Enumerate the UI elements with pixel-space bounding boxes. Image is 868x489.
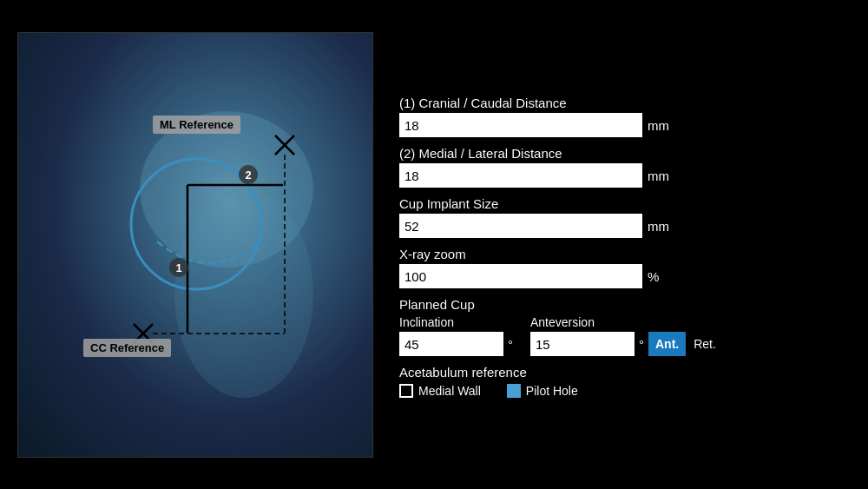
xray-zoom-unit: % bbox=[648, 269, 659, 284]
medial-wall-checkbox[interactable] bbox=[399, 384, 413, 398]
xray-annotations: 1 2 bbox=[18, 33, 372, 457]
ant-button[interactable]: Ant. bbox=[648, 332, 686, 356]
inclination-label: Inclination bbox=[399, 315, 513, 329]
cc-reference-label: CC Reference bbox=[83, 339, 171, 357]
medial-lateral-unit: mm bbox=[648, 169, 669, 183]
main-container: 1 2 ML Reference CC Reference (1) Crani bbox=[0, 0, 868, 489]
cup-implant-size-input[interactable] bbox=[399, 214, 642, 238]
xray-zoom-group: X-ray zoom % bbox=[399, 247, 851, 288]
anteversion-unit: ° bbox=[639, 337, 644, 352]
inclination-input-row: ° bbox=[399, 332, 513, 356]
ret-button[interactable]: Ret. bbox=[690, 332, 720, 356]
acetabulum-title: Acetabulum reference bbox=[399, 365, 851, 380]
svg-point-1 bbox=[174, 189, 313, 398]
anteversion-label: Anteversion bbox=[530, 315, 720, 329]
planned-cup-title: Planned Cup bbox=[399, 297, 851, 312]
cranial-caudal-input-row: mm bbox=[399, 113, 851, 137]
svg-text:2: 2 bbox=[245, 169, 251, 182]
right-panel: (1) Cranial / Caudal Distance mm (2) Med… bbox=[399, 91, 851, 398]
ml-reference-label: ML Reference bbox=[153, 116, 240, 134]
checkbox-row: Medial Wall Pilot Hole bbox=[399, 384, 851, 398]
anteversion-input-row: ° Ant. Ret. bbox=[530, 332, 720, 356]
inclination-unit: ° bbox=[508, 337, 513, 352]
anteversion-input[interactable] bbox=[530, 332, 635, 356]
cup-implant-size-label: Cup Implant Size bbox=[399, 196, 851, 211]
planned-cup-section: Planned Cup Inclination ° Anteversion ° bbox=[399, 297, 851, 356]
cup-implant-size-group: Cup Implant Size mm bbox=[399, 196, 851, 238]
cup-implant-size-unit: mm bbox=[648, 219, 669, 234]
svg-text:1: 1 bbox=[175, 261, 181, 274]
inclination-row: Inclination ° Anteversion ° Ant. Ret. bbox=[399, 315, 851, 356]
medial-lateral-label: (2) Medial / Lateral Distance bbox=[399, 146, 851, 161]
xray-zoom-label: X-ray zoom bbox=[399, 247, 851, 261]
xray-panel: 1 2 ML Reference CC Reference bbox=[17, 32, 373, 458]
medial-wall-label: Medial Wall bbox=[418, 384, 481, 398]
pilot-hole-checkbox[interactable] bbox=[507, 384, 521, 398]
cranial-caudal-label: (1) Cranial / Caudal Distance bbox=[399, 96, 851, 110]
medial-lateral-input-row: mm bbox=[399, 163, 851, 188]
cup-implant-size-input-row: mm bbox=[399, 214, 851, 238]
pilot-hole-label: Pilot Hole bbox=[526, 384, 578, 398]
cranial-caudal-group: (1) Cranial / Caudal Distance mm bbox=[399, 96, 851, 137]
inclination-input[interactable] bbox=[399, 332, 503, 356]
cranial-caudal-input[interactable] bbox=[399, 113, 642, 137]
xray-zoom-input[interactable] bbox=[399, 264, 642, 288]
inclination-group: Inclination ° bbox=[399, 315, 513, 356]
xray-zoom-input-row: % bbox=[399, 264, 851, 288]
pilot-hole-checkbox-item: Pilot Hole bbox=[507, 384, 578, 398]
medial-lateral-group: (2) Medial / Lateral Distance mm bbox=[399, 146, 851, 188]
acetabulum-section: Acetabulum reference Medial Wall Pilot H… bbox=[399, 365, 851, 398]
anteversion-group: Anteversion ° Ant. Ret. bbox=[530, 315, 720, 356]
medial-lateral-input[interactable] bbox=[399, 163, 642, 188]
medial-wall-checkbox-item: Medial Wall bbox=[399, 384, 481, 398]
cranial-caudal-unit: mm bbox=[648, 118, 669, 133]
